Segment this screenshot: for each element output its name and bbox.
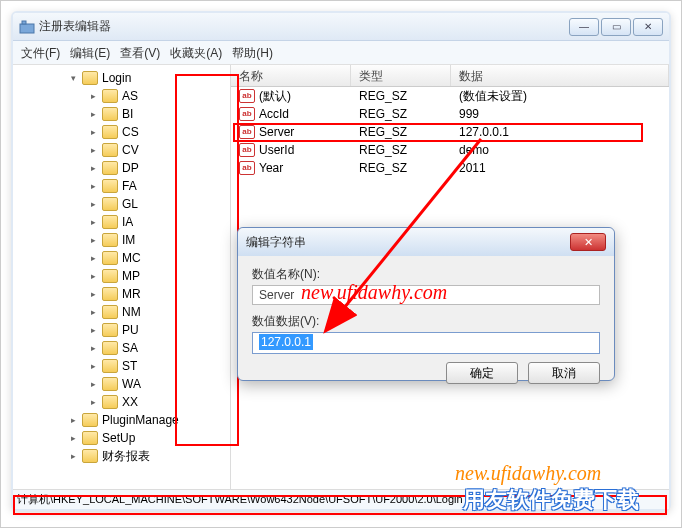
- header-type[interactable]: 类型: [351, 65, 451, 86]
- tree-node[interactable]: ▸FA: [25, 177, 230, 195]
- menu-help[interactable]: 帮助(H): [232, 45, 273, 60]
- expand-icon[interactable]: ▸: [89, 254, 98, 263]
- folder-icon: [102, 323, 118, 337]
- folder-icon: [102, 305, 118, 319]
- expand-icon[interactable]: ▸: [89, 272, 98, 281]
- expand-icon[interactable]: ▸: [89, 362, 98, 371]
- list-row[interactable]: abAccIdREG_SZ999: [231, 105, 669, 123]
- row-name: Server: [259, 125, 294, 139]
- tree-label: MC: [122, 251, 141, 265]
- expand-icon[interactable]: ▸: [89, 218, 98, 227]
- tree-node[interactable]: ▸GL: [25, 195, 230, 213]
- expand-icon[interactable]: ▸: [69, 452, 78, 461]
- tree-node[interactable]: ▸AS: [25, 87, 230, 105]
- tree-node[interactable]: ▸SA: [25, 339, 230, 357]
- tree-node[interactable]: ▸财务报表: [25, 447, 230, 465]
- minimize-button[interactable]: —: [569, 18, 599, 36]
- tree-label: MR: [122, 287, 141, 301]
- tree-node[interactable]: ▸PluginManage: [25, 411, 230, 429]
- maximize-button[interactable]: ▭: [601, 18, 631, 36]
- dialog-titlebar[interactable]: 编辑字符串 ✕: [238, 228, 614, 256]
- expand-icon[interactable]: ▸: [69, 416, 78, 425]
- cancel-button[interactable]: 取消: [528, 362, 600, 384]
- expand-icon[interactable]: ▸: [89, 236, 98, 245]
- statusbar: 计算机\HKEY_LOCAL_MACHINE\SOFTWARE\Wow6432N…: [13, 489, 669, 509]
- tree-panel[interactable]: ▾ Login ▸AS▸BI▸CS▸CV▸DP▸FA▸GL▸IA▸IM▸MC▸M…: [13, 65, 231, 489]
- folder-icon: [102, 107, 118, 121]
- expand-icon[interactable]: ▸: [89, 308, 98, 317]
- expand-icon[interactable]: ▸: [89, 128, 98, 137]
- value-data-input[interactable]: 127.0.0.1: [252, 332, 600, 354]
- titlebar[interactable]: 注册表编辑器 — ▭ ✕: [13, 13, 669, 41]
- header-name[interactable]: 名称: [231, 65, 351, 86]
- tree-label: Login: [102, 71, 131, 85]
- tree-node[interactable]: ▸BI: [25, 105, 230, 123]
- tree-node[interactable]: ▸NM: [25, 303, 230, 321]
- tree-node[interactable]: ▸XX: [25, 393, 230, 411]
- tree-node[interactable]: ▸WA: [25, 375, 230, 393]
- tree-label: PluginManage: [102, 413, 179, 427]
- ok-button[interactable]: 确定: [446, 362, 518, 384]
- tree-label: BI: [122, 107, 133, 121]
- tree-label: SA: [122, 341, 138, 355]
- row-data: 127.0.0.1: [451, 124, 669, 140]
- folder-icon: [102, 395, 118, 409]
- expand-icon[interactable]: ▸: [89, 380, 98, 389]
- string-icon: ab: [239, 89, 255, 103]
- tree-node[interactable]: ▸MR: [25, 285, 230, 303]
- expand-icon[interactable]: ▸: [69, 434, 78, 443]
- value-name-field: Server: [252, 285, 600, 305]
- expand-icon[interactable]: ▸: [89, 200, 98, 209]
- close-button[interactable]: ✕: [633, 18, 663, 36]
- label-value-name: 数值名称(N):: [252, 266, 600, 283]
- folder-icon: [102, 359, 118, 373]
- tree-node[interactable]: ▸MP: [25, 267, 230, 285]
- menu-edit[interactable]: 编辑(E): [70, 45, 110, 60]
- folder-icon: [82, 449, 98, 463]
- expand-icon[interactable]: ▸: [89, 92, 98, 101]
- menu-file[interactable]: 文件(F): [21, 45, 60, 60]
- window-title: 注册表编辑器: [39, 18, 569, 35]
- string-icon: ab: [239, 143, 255, 157]
- list-row[interactable]: abServerREG_SZ127.0.0.1: [231, 123, 669, 141]
- folder-icon: [102, 179, 118, 193]
- tree-node[interactable]: ▸IA: [25, 213, 230, 231]
- tree-label: FA: [122, 179, 137, 193]
- string-icon: ab: [239, 125, 255, 139]
- expand-icon[interactable]: ▸: [89, 398, 98, 407]
- expand-icon[interactable]: ▸: [89, 290, 98, 299]
- folder-icon: [102, 287, 118, 301]
- app-icon: [19, 19, 35, 35]
- tree-label: PU: [122, 323, 139, 337]
- tree-node[interactable]: ▸DP: [25, 159, 230, 177]
- menu-fav[interactable]: 收藏夹(A): [170, 45, 222, 60]
- tree-node-login[interactable]: ▾ Login: [25, 69, 230, 87]
- expand-icon[interactable]: ▸: [89, 146, 98, 155]
- tree-node[interactable]: ▸ST: [25, 357, 230, 375]
- tree-node[interactable]: ▸CV: [25, 141, 230, 159]
- list-row[interactable]: abYearREG_SZ2011: [231, 159, 669, 177]
- tree-node[interactable]: ▸SetUp: [25, 429, 230, 447]
- list-row[interactable]: abUserIdREG_SZdemo: [231, 141, 669, 159]
- header-data[interactable]: 数据: [451, 65, 669, 86]
- tree-label: GL: [122, 197, 138, 211]
- tree-node[interactable]: ▸IM: [25, 231, 230, 249]
- tree-node[interactable]: ▸CS: [25, 123, 230, 141]
- expand-icon[interactable]: ▸: [89, 326, 98, 335]
- tree-node[interactable]: ▸PU: [25, 321, 230, 339]
- dialog-close-button[interactable]: ✕: [570, 233, 606, 251]
- expand-icon[interactable]: ▸: [89, 344, 98, 353]
- folder-icon: [102, 377, 118, 391]
- tree-node[interactable]: ▸MC: [25, 249, 230, 267]
- folder-icon: [102, 341, 118, 355]
- menu-view[interactable]: 查看(V): [120, 45, 160, 60]
- folder-icon: [102, 143, 118, 157]
- collapse-icon[interactable]: ▾: [69, 74, 78, 83]
- expand-icon[interactable]: ▸: [89, 182, 98, 191]
- expand-icon[interactable]: ▸: [89, 110, 98, 119]
- expand-icon[interactable]: ▸: [89, 164, 98, 173]
- row-type: REG_SZ: [351, 142, 451, 158]
- list-row[interactable]: ab(默认)REG_SZ(数值未设置): [231, 87, 669, 105]
- value-data-text: 127.0.0.1: [259, 334, 313, 350]
- row-name: Year: [259, 161, 283, 175]
